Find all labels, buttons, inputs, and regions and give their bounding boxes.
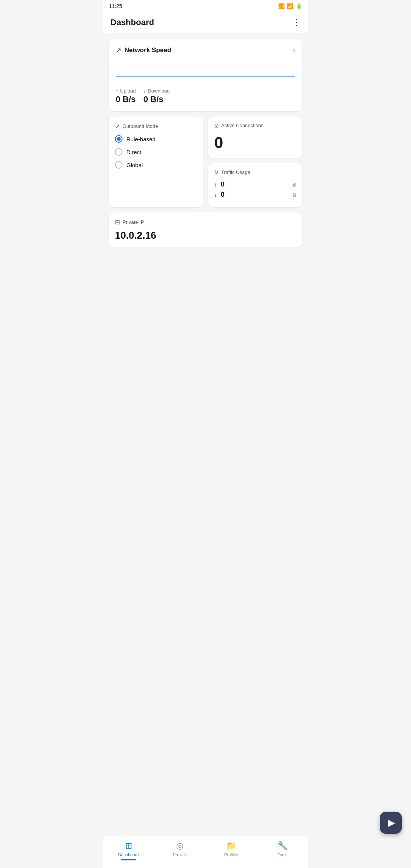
radio-global[interactable]: Global [115, 161, 197, 169]
radio-label-global: Global [126, 162, 143, 168]
outbound-mode-icon: ↗ [115, 123, 120, 130]
radio-rule-based[interactable]: Rule-based [115, 135, 197, 143]
radio-label-rule-based: Rule-based [126, 136, 156, 142]
outbound-mode-title: Outbound Mode [123, 123, 158, 129]
middle-row: ↗ Outbound Mode Rule-based Direct Global… [109, 116, 302, 207]
traffic-down-arrow: ↓ [214, 192, 217, 198]
page-title: Dashboard [110, 18, 154, 27]
active-connections-card: ◎ Active Connections 0 [208, 116, 302, 158]
private-ip-value: 10.0.2.16 [115, 230, 156, 241]
active-connections-icon: ◎ [214, 123, 218, 128]
radio-circle-direct[interactable] [115, 148, 123, 156]
traffic-upload-row: ↑ 0 B [214, 180, 296, 188]
bottom-nav: ⊞ Dashboard ◎ Proxies 📁 Profiles 🔧 Tools [103, 836, 308, 868]
download-value: 0 B/s [143, 94, 170, 104]
bottom-row: ⊟ Private IP 10.0.2.16 [109, 212, 302, 247]
wifi-icon: 📶 [278, 3, 285, 9]
nav-label-dashboard: Dashboard [118, 852, 139, 857]
outbound-mode-header: ↗ Outbound Mode [115, 123, 197, 130]
radio-direct[interactable]: Direct [115, 148, 197, 156]
download-label: Download [148, 88, 170, 94]
private-ip-icon: ⊟ [115, 219, 120, 226]
nav-label-profiles: Profiles [224, 852, 238, 857]
network-speed-icon: ↗ [116, 46, 121, 54]
profiles-icon: 📁 [226, 841, 236, 851]
traffic-usage-title: Traffic Usage [221, 169, 250, 175]
upload-label: Upload [120, 88, 136, 94]
nav-item-profiles[interactable]: 📁 Profiles [206, 839, 257, 862]
nav-item-dashboard[interactable]: ⊞ Dashboard [103, 839, 154, 862]
nav-item-proxies[interactable]: ◎ Proxies [154, 839, 206, 862]
traffic-usage-card: ↻ Traffic Usage ↑ 0 B ↓ 0 B [208, 163, 302, 207]
traffic-usage-icon: ↻ [214, 169, 218, 175]
active-connections-header: ◎ Active Connections [214, 123, 296, 128]
private-ip-card: ⊟ Private IP 10.0.2.16 [109, 212, 302, 247]
status-bar: 11:25 📶 📶 🔋 [103, 0, 308, 12]
main-content: ↗ Network Speed › ↑ Upload 0 B/s ↓ Downl… [103, 33, 308, 868]
traffic-upload-unit: B [293, 182, 296, 188]
outbound-mode-card: ↗ Outbound Mode Rule-based Direct Global [109, 116, 203, 207]
private-ip-header: ⊟ Private IP [115, 219, 296, 226]
nav-active-indicator [121, 859, 136, 860]
active-connections-title: Active Connections [221, 123, 263, 128]
radio-label-direct: Direct [126, 149, 141, 155]
upload-stat: ↑ Upload 0 B/s [116, 88, 136, 104]
battery-icon: 🔋 [296, 3, 302, 9]
tools-icon: 🔧 [277, 841, 288, 851]
network-speed-card[interactable]: ↗ Network Speed › ↑ Upload 0 B/s ↓ Downl… [109, 39, 302, 111]
traffic-upload-value: 0 [221, 180, 225, 188]
status-time: 11:25 [109, 3, 122, 9]
header: Dashboard ⋮ [103, 12, 308, 33]
traffic-download-unit: B [293, 192, 296, 198]
traffic-download-row: ↓ 0 B [214, 191, 296, 199]
network-speed-title: Network Speed [124, 46, 171, 54]
active-connections-value: 0 [214, 134, 223, 152]
traffic-up-arrow: ↑ [214, 182, 217, 188]
traffic-stats: ↑ 0 B ↓ 0 B [214, 180, 296, 199]
graph-line [116, 76, 295, 77]
speed-stats: ↑ Upload 0 B/s ↓ Download 0 B/s [116, 88, 295, 104]
traffic-download-value: 0 [221, 191, 225, 199]
chevron-right-icon: › [293, 46, 295, 54]
network-speed-graph [116, 57, 295, 84]
status-icons: 📶 📶 🔋 [278, 3, 302, 9]
right-column: ◎ Active Connections 0 ↻ Traffic Usage ↑… [208, 116, 302, 207]
more-button[interactable]: ⋮ [292, 18, 301, 27]
dashboard-icon: ⊞ [125, 841, 132, 851]
radio-circle-rule-based[interactable] [115, 135, 123, 143]
proxies-icon: ◎ [176, 841, 183, 851]
upload-arrow-icon: ↑ [116, 88, 118, 94]
upload-value: 0 B/s [116, 94, 136, 104]
download-stat: ↓ Download 0 B/s [143, 88, 170, 104]
network-speed-header: ↗ Network Speed › [116, 46, 295, 54]
download-arrow-icon: ↓ [143, 88, 146, 94]
traffic-usage-header: ↻ Traffic Usage [214, 169, 296, 175]
nav-item-tools[interactable]: 🔧 Tools [257, 839, 308, 862]
signal-icon: 📶 [287, 3, 293, 9]
private-ip-title-text: Private IP [123, 219, 144, 225]
nav-label-proxies: Proxies [173, 852, 187, 857]
radio-circle-global[interactable] [115, 161, 123, 169]
nav-label-tools: Tools [278, 852, 288, 857]
